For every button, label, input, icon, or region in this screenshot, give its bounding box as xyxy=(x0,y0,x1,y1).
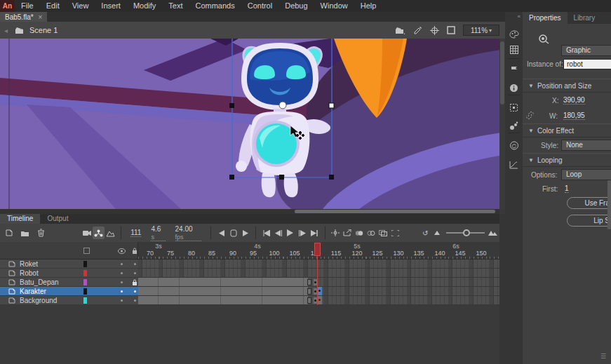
stage-canvas[interactable] xyxy=(0,39,499,209)
camera-button[interactable] xyxy=(81,227,93,239)
tab-timeline[interactable]: Timeline xyxy=(0,214,40,224)
section-color-effect[interactable]: ▼ Color Effect xyxy=(523,123,611,137)
w-value-field[interactable]: 180,95 xyxy=(563,112,585,120)
reset-timeline-zoom-icon[interactable]: ↺ xyxy=(419,227,431,239)
frame-rate-field[interactable]: 24.00 fps xyxy=(175,225,202,241)
x-value-field[interactable]: 390,90 xyxy=(563,96,585,105)
instance-name-field[interactable]: robot xyxy=(563,59,611,69)
visibility-dot[interactable] xyxy=(121,290,123,292)
playhead-marker[interactable] xyxy=(314,243,321,256)
menu-control[interactable]: Control xyxy=(241,0,278,12)
lip-syncing-button[interactable]: Lip S xyxy=(567,215,611,227)
document-tab[interactable]: Bab5.fla* × xyxy=(0,12,47,22)
visibility-dot[interactable] xyxy=(121,263,123,265)
edit-scene-icon[interactable] xyxy=(395,27,405,34)
layer-row-karakter[interactable]: Karakter xyxy=(0,287,138,296)
visibility-dot[interactable] xyxy=(121,281,123,283)
timeline-scrollbar[interactable] xyxy=(499,214,505,364)
section-looping[interactable]: ▼ Looping xyxy=(523,153,611,167)
clip-content-icon[interactable] xyxy=(447,26,455,34)
tab-library[interactable]: Library xyxy=(568,12,602,24)
frame-size-slider-knob[interactable] xyxy=(463,229,470,236)
keyframe-at-playhead[interactable] xyxy=(317,296,322,304)
lock-dot[interactable] xyxy=(134,299,136,302)
new-layer-button[interactable] xyxy=(3,227,15,239)
tab-properties[interactable]: Properties xyxy=(523,12,568,24)
layer-parenting-button[interactable] xyxy=(93,227,105,239)
loop-options-select[interactable]: Loop xyxy=(561,169,611,180)
elapsed-time-field[interactable]: 4.6 s xyxy=(151,225,165,241)
visibility-dot[interactable] xyxy=(121,299,123,302)
color-palette-icon[interactable] xyxy=(505,27,523,41)
layer-row-background[interactable]: Background xyxy=(0,296,138,305)
frame-size-slider[interactable] xyxy=(446,232,485,234)
frames-batu-depan[interactable] xyxy=(138,278,499,287)
creative-cloud-icon[interactable] xyxy=(505,138,523,152)
collapse-panels-icon[interactable]: « xyxy=(518,13,521,20)
lock-dot[interactable] xyxy=(134,263,136,265)
selected-frame[interactable] xyxy=(317,287,322,295)
info-icon[interactable] xyxy=(505,81,523,95)
use-frame-picker-button[interactable]: Use Fra xyxy=(567,197,611,209)
frames-background[interactable] xyxy=(138,296,499,305)
layer-outline-color[interactable] xyxy=(83,297,87,304)
step-forward-button[interactable] xyxy=(296,227,308,239)
menu-edit[interactable]: Edit xyxy=(40,0,66,12)
export-clip-icon[interactable] xyxy=(342,227,354,239)
particles-icon[interactable] xyxy=(505,119,523,133)
menu-help[interactable]: Help xyxy=(354,0,383,12)
play-button[interactable] xyxy=(284,227,296,239)
layer-row-robot[interactable]: Robot xyxy=(0,269,138,278)
menu-insert[interactable]: Insert xyxy=(95,0,127,12)
frames-robot[interactable] xyxy=(138,269,499,278)
layer-row-roket[interactable]: Roket xyxy=(0,259,138,269)
step-back-button[interactable] xyxy=(272,227,284,239)
shrink-frames-icon[interactable] xyxy=(431,227,443,239)
layer-depth-button[interactable] xyxy=(105,227,116,239)
menu-debug[interactable]: Debug xyxy=(278,0,314,12)
back-arrow-icon[interactable]: ◂ xyxy=(4,27,8,34)
menu-window[interactable]: Window xyxy=(314,0,354,12)
step-back-one-icon[interactable] xyxy=(215,227,227,239)
show-hide-all-icon[interactable] xyxy=(118,248,126,254)
menu-view[interactable]: View xyxy=(66,0,95,12)
modify-markers-icon[interactable] xyxy=(389,227,401,239)
menu-text[interactable]: Text xyxy=(162,0,189,12)
stage-zoom-select[interactable]: 111% ▾ xyxy=(463,25,499,36)
lock-dot[interactable] xyxy=(134,290,136,292)
panel-scrollbar[interactable] xyxy=(607,180,611,229)
layer-outline-color[interactable] xyxy=(83,288,87,295)
section-position-and-size[interactable]: ▼ Position and Size xyxy=(523,79,611,93)
link-width-height-icon[interactable] xyxy=(525,111,535,120)
visibility-dot[interactable] xyxy=(121,272,123,274)
frames-karakter[interactable] xyxy=(138,287,499,296)
layer-row-batu-depan[interactable]: Batu_Depan xyxy=(0,278,138,287)
first-frame-field[interactable]: 1 xyxy=(565,184,569,193)
enlarge-frames-icon[interactable] xyxy=(488,227,499,239)
center-playhead-icon[interactable] xyxy=(329,227,341,239)
lock-all-icon[interactable] xyxy=(132,248,137,254)
motion-graph-icon[interactable] xyxy=(505,158,523,172)
stage-horizontal-scrollbar[interactable] xyxy=(0,209,499,214)
go-to-last-frame-button[interactable] xyxy=(308,227,320,239)
new-folder-button[interactable] xyxy=(19,227,31,239)
center-frame-icon[interactable] xyxy=(430,26,439,35)
delete-layer-button[interactable] xyxy=(35,227,47,239)
lock-dot[interactable] xyxy=(134,272,136,274)
layer-outline-color[interactable] xyxy=(83,270,87,276)
app-logo[interactable]: An xyxy=(0,0,15,12)
scene-breadcrumb[interactable]: Scene 1 xyxy=(29,26,58,34)
align-flag-icon[interactable] xyxy=(505,62,523,76)
symbol-type-select[interactable]: Graphic xyxy=(561,45,611,56)
menu-commands[interactable]: Commands xyxy=(189,0,241,12)
edit-multiple-frames-icon[interactable] xyxy=(377,227,389,239)
onion-skin-outlines-icon[interactable] xyxy=(365,227,377,239)
swatches-icon[interactable] xyxy=(505,43,523,57)
close-icon[interactable]: × xyxy=(39,13,43,21)
lock-icon[interactable] xyxy=(132,279,137,285)
go-to-first-frame-button[interactable] xyxy=(260,227,272,239)
menu-file[interactable]: File xyxy=(15,0,40,12)
layer-outline-color[interactable] xyxy=(83,279,87,285)
onion-skin-icon[interactable] xyxy=(354,227,365,239)
current-frame-field[interactable]: 111 xyxy=(130,229,141,237)
